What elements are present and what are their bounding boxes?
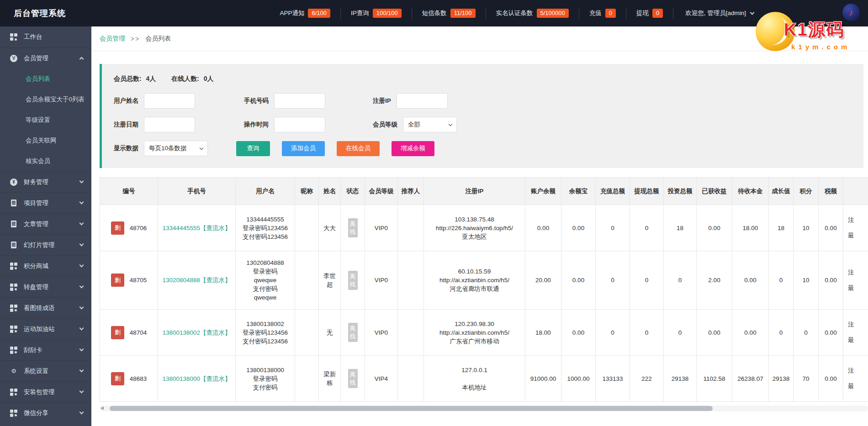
delete-button[interactable]: 删: [111, 326, 124, 339]
member-id: 48706: [130, 224, 147, 232]
sidebar-item-label: 等级设置: [26, 116, 50, 124]
cell-recharge: 0: [596, 251, 630, 310]
reg-ip-input[interactable]: [397, 93, 448, 109]
grid-icon: [10, 410, 17, 417]
cell-withdraw: 0: [630, 310, 664, 356]
cell-tax: 0.00: [819, 205, 843, 251]
member-id: 48705: [130, 276, 147, 284]
sidebar-item-points-mall[interactable]: 积分商城: [0, 255, 91, 276]
sidebar-item-verify-member[interactable]: 核实会员: [0, 151, 91, 171]
chevron-down-icon: [79, 284, 84, 289]
cell-nickname: [295, 310, 319, 356]
page-size-label: 显示数据: [114, 144, 138, 153]
sidebar-item-level-settings[interactable]: 等级设置: [0, 110, 91, 130]
sidebar-item-article[interactable]: 文章管理: [0, 213, 91, 234]
col-nickname: 昵称: [295, 178, 319, 205]
cell-invest: 18: [664, 205, 697, 251]
cell-username: 13800138000 登录密码 支付密码: [236, 356, 295, 402]
username-input[interactable]: [144, 93, 195, 109]
reg-date-input[interactable]: [144, 117, 195, 132]
username-group: 用户姓名: [114, 93, 244, 109]
username-label: 用户姓名: [114, 97, 138, 105]
member-level-select[interactable]: 全部: [403, 117, 457, 132]
col-reg-ip: 注册IP: [424, 178, 525, 205]
sidebar-item-slideshow[interactable]: 幻灯片管理: [0, 234, 91, 255]
delete-button[interactable]: 删: [111, 221, 124, 235]
cell-recharge: 0: [596, 310, 630, 356]
sidebar-item-package[interactable]: 安装包管理: [0, 381, 91, 402]
cell-phone: 13800138002【查流水】: [158, 310, 236, 356]
scroll-left-arrow-icon[interactable]: [101, 406, 104, 410]
document-icon: [10, 221, 17, 228]
search-button[interactable]: 查询: [236, 141, 270, 156]
phone-flow-link[interactable]: 13800138000【查流水】: [162, 374, 231, 383]
delete-button[interactable]: 删: [111, 372, 124, 385]
col-level: 会员等级: [365, 178, 398, 205]
cell-income: 0.00: [697, 205, 732, 251]
online-count-value: 0人: [204, 75, 214, 82]
sidebar-item-member-management[interactable]: V 会员管理: [0, 47, 91, 68]
phone-flow-link[interactable]: 13020804888【查流水】: [162, 276, 231, 284]
sidebar-item-label: 幻灯片管理: [24, 241, 55, 249]
cell-level: VIP0: [365, 310, 398, 356]
op-time-input[interactable]: [274, 117, 325, 132]
stat-badge: 100/100: [373, 9, 402, 18]
cell-tax: 0.00: [819, 310, 843, 356]
horizontal-scrollbar[interactable]: [100, 405, 868, 411]
phone-input[interactable]: [274, 93, 325, 109]
cell-tax: 0.00: [819, 356, 843, 402]
page-size-select[interactable]: 每页10条数据: [144, 141, 208, 156]
phone-flow-link[interactable]: 13800138002【查流水】: [162, 328, 231, 337]
member-table-container: 编号 手机号 用户名 昵称 姓名 状态 会员等级 推荐人 注册IP 账户余额 余…: [100, 177, 868, 402]
cell-yuebao: 0.00: [561, 251, 596, 310]
sidebar-item-member-yuebao-list[interactable]: 会员余额宝大于0列表: [0, 89, 91, 110]
admin-menu[interactable]: 欢迎您, 管理员[admin]: [673, 7, 754, 19]
cell-yuebao: 0.00: [561, 310, 596, 356]
chevron-down-icon: [449, 122, 452, 126]
topbar-stats: APP通知 6/100 IP查询 100/100 短信条数 11/100 实名认…: [270, 0, 754, 26]
sidebar-item-wheel[interactable]: 转盘管理: [0, 276, 91, 297]
cell-invest: 0: [664, 251, 697, 310]
stat-label: 充值: [589, 9, 602, 17]
col-balance: 账户余额: [525, 178, 561, 205]
sidebar-item-system-settings[interactable]: ⚙ 系统设置: [0, 360, 91, 381]
cell-nickname: [295, 356, 319, 402]
breadcrumb-parent-link[interactable]: 会员管理: [100, 35, 125, 43]
sidebar-item-scratch-card[interactable]: 刮刮卡: [0, 339, 91, 360]
sidebar-item-project[interactable]: 项目管理: [0, 192, 91, 213]
phone-group: 手机号码: [244, 93, 373, 109]
sidebar-item-workbench[interactable]: 工作台: [0, 26, 91, 47]
cell-phone: 13344445555【查流水】: [158, 205, 236, 251]
sidebar-item-finance[interactable]: ¥ 财务管理: [0, 171, 91, 192]
sidebar-item-label: 会员关联网: [26, 137, 57, 145]
sidebar-item-idiom-guess[interactable]: 看图猜成语: [0, 297, 91, 318]
col-income: 已获收益: [697, 178, 732, 205]
cell-username: 13020804888 登录密码 qweqwe 支付密码 qweqwe: [236, 251, 295, 310]
stat-badge: 0: [605, 9, 616, 18]
cell-clipped: 注 最: [843, 251, 868, 310]
cell-points: 10: [794, 251, 819, 310]
delete-button[interactable]: 删: [111, 273, 124, 287]
stat-recharge: 充值 0: [579, 7, 626, 19]
scrollbar-thumb[interactable]: [110, 406, 713, 411]
cell-income: 0.00: [697, 310, 732, 356]
cell-yuebao: 0.00: [561, 205, 596, 251]
phone-flow-link[interactable]: 13344445555【查流水】: [162, 224, 231, 232]
stat-label: 提现: [636, 9, 649, 17]
sidebar-item-member-list[interactable]: 会员列表: [0, 68, 91, 89]
sidebar-item-wechat-share[interactable]: 微信分享: [0, 402, 91, 423]
sidebar-item-sport-station[interactable]: 运动加油站: [0, 318, 91, 339]
online-members-button[interactable]: 在线会员: [337, 141, 380, 156]
cell-withdraw: 222: [630, 356, 664, 402]
adjust-balance-button[interactable]: 增减余额: [392, 141, 434, 156]
sidebar-item-member-network[interactable]: 会员关联网: [0, 130, 91, 151]
sidebar-item-label: 微信分享: [24, 409, 48, 417]
cell-income: 1102.58: [697, 356, 732, 402]
cell-username: 13344445555 登录密码123456 支付密码123456: [236, 205, 295, 251]
cell-name: 大大: [319, 205, 341, 251]
cell-level: VIP4: [365, 356, 398, 402]
add-member-button[interactable]: 添加会员: [282, 141, 325, 156]
grid-icon: [10, 347, 17, 354]
status-badge: 离线: [348, 218, 358, 237]
chevron-down-icon: [79, 263, 84, 268]
